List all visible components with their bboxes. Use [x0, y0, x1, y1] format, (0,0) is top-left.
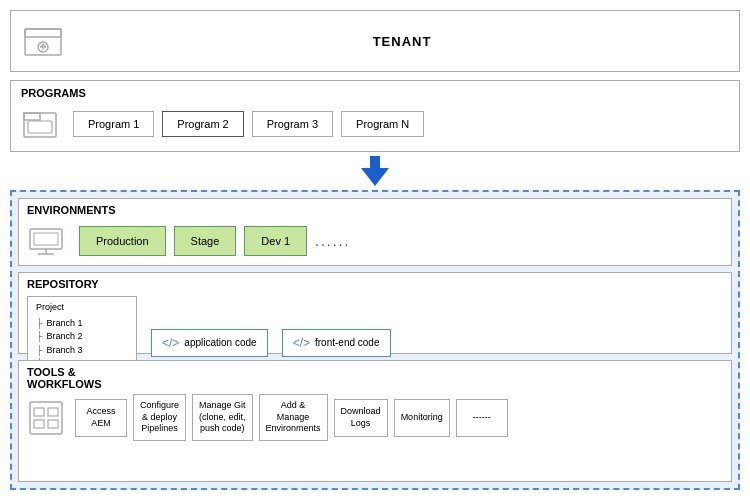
env-box-stage[interactable]: Stage [174, 226, 237, 256]
arrow-container [10, 160, 740, 182]
tool-box-configure-pipelines[interactable]: Configure& deployPipelines [133, 394, 186, 441]
svg-rect-14 [48, 408, 58, 416]
down-arrow [361, 156, 389, 186]
tool-box-manage-git[interactable]: Manage Git(clone, edit,push code) [192, 394, 253, 441]
program-box-3[interactable]: Program 3 [252, 111, 333, 137]
tools-icon [27, 399, 65, 437]
programs-section: PROGRAMS Program 1 Program 2 Program 3 P… [10, 80, 740, 152]
env-icon [27, 222, 65, 260]
tool-box-access-aem[interactable]: AccessAEM [75, 399, 127, 437]
code-label-app: application code [184, 337, 256, 348]
svg-rect-1 [25, 29, 61, 37]
repository-title: REPOSITORY [27, 278, 723, 290]
program-box-1[interactable]: Program 1 [73, 111, 154, 137]
tenant-label: TENANT [75, 34, 729, 49]
svg-rect-7 [28, 121, 52, 133]
code-icon-app: </> [162, 336, 179, 350]
env-box-production[interactable]: Production [79, 226, 166, 256]
environments-row: Production Stage Dev 1 ...... [27, 222, 723, 260]
environments-section: ENVIRONMENTS Production Stage Dev 1 ....… [18, 198, 732, 266]
project-label: Project [36, 301, 128, 315]
code-box-frontend[interactable]: </> front-end code [282, 329, 391, 357]
program-box-2[interactable]: Program 2 [162, 111, 243, 137]
programs-title: PROGRAMS [21, 87, 729, 99]
svg-rect-6 [24, 113, 40, 120]
dashed-outer-box: ENVIRONMENTS Production Stage Dev 1 ....… [10, 190, 740, 490]
svg-rect-13 [34, 408, 44, 416]
tool-box-monitoring[interactable]: Monitoring [394, 399, 450, 437]
page-container: TENANT PROGRAMS Program 1 Program 2 Prog… [0, 0, 750, 500]
svg-rect-12 [30, 402, 62, 434]
svg-rect-9 [34, 233, 58, 245]
code-label-frontend: front-end code [315, 337, 380, 348]
env-dots: ...... [315, 233, 350, 249]
tenant-section: TENANT [10, 10, 740, 72]
tool-box-more: ------ [456, 399, 508, 437]
svg-rect-16 [48, 420, 58, 428]
repository-section: REPOSITORY Project ├├├├└ Branch 1Branch … [18, 272, 732, 354]
programs-icon [21, 105, 59, 143]
tool-box-manage-environments[interactable]: Add &ManageEnvironments [259, 394, 328, 441]
tools-section: TOOLS &WORKFLOWS AccessAEM Configure& de… [18, 360, 732, 482]
programs-row: Program 1 Program 2 Program 3 Program N [21, 105, 729, 143]
tool-box-download-logs[interactable]: DownloadLogs [334, 399, 388, 437]
program-box-n[interactable]: Program N [341, 111, 424, 137]
tools-row: AccessAEM Configure& deployPipelines Man… [27, 394, 723, 441]
tenant-icon [21, 19, 65, 63]
env-box-dev1[interactable]: Dev 1 [244, 226, 307, 256]
code-icon-frontend: </> [293, 336, 310, 350]
environments-title: ENVIRONMENTS [27, 204, 723, 216]
svg-rect-15 [34, 420, 44, 428]
tools-title: TOOLS &WORKFLOWS [27, 366, 723, 390]
svg-rect-8 [30, 229, 62, 249]
code-box-app[interactable]: </> application code [151, 329, 268, 357]
